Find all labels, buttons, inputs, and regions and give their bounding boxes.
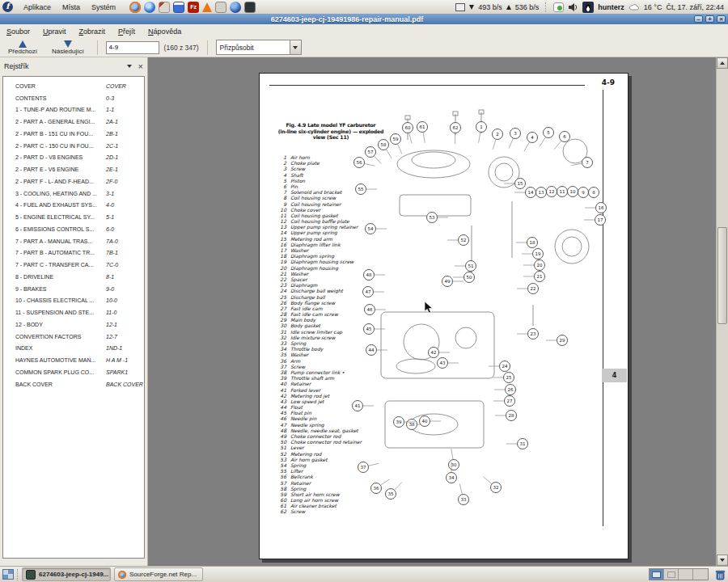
previous-label: Předchozí — [8, 48, 37, 55]
index-entry[interactable]: 2 - PART D - V8 ENGINES2D-1 — [3, 152, 144, 164]
svg-text:30: 30 — [451, 462, 457, 467]
index-entry[interactable]: 7 - PART A - MANUAL TRAS...7A-0 — [3, 235, 144, 247]
thunderbird-icon[interactable] — [144, 2, 155, 13]
index-entry[interactable]: CONTENTS0-3 — [3, 92, 144, 104]
combo-dropdown-button[interactable] — [290, 40, 301, 54]
index-entry[interactable]: 12 - BODY12-1 — [3, 318, 144, 331]
panel-menu-systém[interactable]: Systém — [86, 3, 121, 11]
vertical-scrollbar[interactable] — [716, 57, 728, 566]
index-entry[interactable]: 7 - PART B - AUTOMATIC TR...7B-1 — [3, 247, 144, 259]
svg-text:54: 54 — [368, 226, 374, 231]
next-page-button[interactable]: Následující — [47, 40, 89, 56]
show-desktop-button[interactable] — [2, 569, 14, 580]
index-entry[interactable]: 1 - TUNE-P AND ROUTINE M...1-1 — [3, 104, 144, 116]
index-entry[interactable]: 2 - PART E - V6 ENGINE2E-1 — [3, 163, 144, 175]
scroll-down-button[interactable] — [717, 555, 728, 566]
workspace-3[interactable] — [679, 569, 693, 580]
callout-54: 54 — [366, 224, 387, 234]
office-icon[interactable] — [173, 2, 184, 13]
menu-nápověda[interactable]: Nápověda — [142, 27, 188, 36]
menu-zobrazit[interactable]: Zobrazit — [73, 27, 112, 36]
svg-text:15: 15 — [518, 181, 523, 186]
index-entry[interactable]: INDEX1ND-1 — [3, 343, 144, 355]
panel-separator — [545, 2, 547, 12]
index-entry[interactable]: COMMON SPARK PLUG CO...SPARK1 — [3, 366, 144, 378]
task-button[interactable]: SourceForge.net Rep... — [114, 567, 203, 581]
temperature-label[interactable]: 16 °C — [644, 3, 662, 11]
index-entry[interactable]: 4 - FUEL AND EXHAUST SYS...4-0 — [3, 200, 144, 212]
index-entry[interactable]: 2 - PART B - 151 CU IN FOU...2B-1 — [3, 128, 144, 140]
window-titlebar[interactable]: 6274603-jeep-cj-19491986-repair-manual.p… — [0, 14, 728, 24]
callout-1: 1 — [476, 122, 487, 143]
page-number-input[interactable] — [106, 41, 159, 54]
callout-48: 48 — [364, 270, 386, 280]
index-entry[interactable]: 11 - SUSPENSION AND STE...11-0 — [3, 306, 144, 318]
menu-upravit[interactable]: Upravit — [36, 27, 73, 36]
index-entry[interactable]: 2 - PART F - L- AND F-HEAD...2F-0 — [3, 175, 144, 188]
panel-menu-aplikace[interactable]: Aplikace — [18, 3, 57, 11]
weather-cloud-icon[interactable] — [629, 3, 640, 11]
trash-icon[interactable] — [715, 569, 726, 580]
svg-text:16: 16 — [599, 205, 604, 210]
firefox-icon[interactable] — [129, 2, 141, 13]
callout-4: 4 — [524, 133, 538, 152]
chevron-down-icon[interactable] — [127, 65, 132, 68]
network-monitor-icon[interactable] — [455, 3, 465, 11]
svg-text:21: 21 — [537, 274, 543, 279]
index-entry-page: 7B-1 — [106, 250, 118, 255]
workspace-2[interactable] — [664, 569, 679, 580]
desktop: f AplikaceMístaSystém Fz 493 b/s 536 b/s… — [0, 0, 728, 582]
menu-soubor[interactable]: Soubor — [0, 27, 36, 36]
panel-menu-místa[interactable]: Místa — [57, 3, 86, 11]
graphics-icon[interactable] — [159, 2, 170, 13]
user-avatar[interactable] — [582, 2, 594, 13]
index-entry[interactable]: 3 - COOLING, HEATING AND ...3-1 — [3, 188, 144, 200]
chat-status-icon[interactable] — [553, 2, 564, 12]
index-entry[interactable]: HAYNES AUTOMOTIVE MAN...H A M -1 — [3, 354, 144, 366]
index-entry[interactable]: 10 - CHASSIS ELECTRICAL ...10-0 — [3, 295, 144, 307]
workspace-1[interactable] — [650, 569, 664, 580]
pdf-view-area[interactable]: 4-9 4 Fig. 4.9 Late model YF carburetor … — [148, 57, 716, 566]
index-entry[interactable]: 6 - EMISSIONS CONTROL S...6-0 — [3, 223, 144, 235]
index-entry[interactable]: 7 - PART C - TRANSFER CA...7C-0 — [3, 259, 144, 271]
close-button[interactable]: × — [717, 15, 726, 23]
fedora-menu-icon[interactable]: f — [2, 2, 13, 12]
maximize-button[interactable]: + — [705, 15, 714, 23]
callout-55: 55 — [356, 184, 378, 195]
index-entry[interactable]: 9 - BRAKES9-0 — [3, 283, 144, 295]
scroll-up-button[interactable] — [717, 57, 728, 69]
terminal-icon[interactable] — [244, 2, 256, 13]
task-button[interactable]: 6274603-jeep-cj-1949... — [22, 567, 111, 581]
index-entry-page: 2A-1 — [106, 119, 118, 124]
menu-přejít[interactable]: Přejít — [112, 27, 142, 36]
svg-text:10: 10 — [570, 189, 576, 194]
scrollbar-thumb[interactable] — [717, 227, 727, 324]
callout-40: 40 — [420, 416, 442, 427]
index-entry[interactable]: 5 - ENGINE ELECTRICAL SY...5-1 — [3, 211, 144, 223]
clock-label[interactable]: Čt, 17. září, 22:44 — [666, 3, 724, 11]
panel-menus: AplikaceMístaSystém — [18, 3, 121, 11]
workspace-4[interactable] — [693, 569, 708, 580]
index-entry-page: COVER — [106, 83, 126, 89]
index-entry[interactable]: 8 - DRIVELINE8-1 — [3, 271, 144, 283]
index-entry[interactable]: BACK COVERBACK COVER — [3, 378, 144, 390]
callout-32: 32 — [484, 477, 502, 492]
index-entry[interactable]: 2 - PART A - GENERAL ENGI...2A-1 — [3, 116, 144, 128]
filezilla-icon[interactable]: Fz — [188, 2, 199, 13]
index-entry[interactable]: 2 - PART C - 150 CU IN FOU...2C-1 — [3, 140, 144, 152]
svg-text:52: 52 — [461, 238, 467, 242]
previous-page-button[interactable]: Předchozí — [3, 40, 42, 56]
files-icon[interactable] — [215, 2, 226, 13]
zoom-combobox[interactable]: Přizpůsobit — [216, 40, 302, 55]
workspace-switcher[interactable] — [649, 568, 709, 580]
sidebar-view-selector[interactable]: Rejstřík — [4, 62, 127, 70]
index-entry[interactable]: CONVERTION FACTORS12-7 — [3, 331, 144, 343]
sidebar-close-icon[interactable]: × — [138, 61, 143, 71]
volume-icon[interactable] — [568, 2, 578, 12]
globe-icon[interactable] — [230, 2, 241, 13]
username-label[interactable]: hunterz — [598, 3, 624, 11]
minimize-button[interactable]: – — [694, 15, 703, 23]
vlc-icon[interactable] — [202, 2, 212, 12]
index-entry[interactable]: COVERCOVER — [3, 80, 144, 92]
svg-text:7: 7 — [586, 160, 589, 165]
